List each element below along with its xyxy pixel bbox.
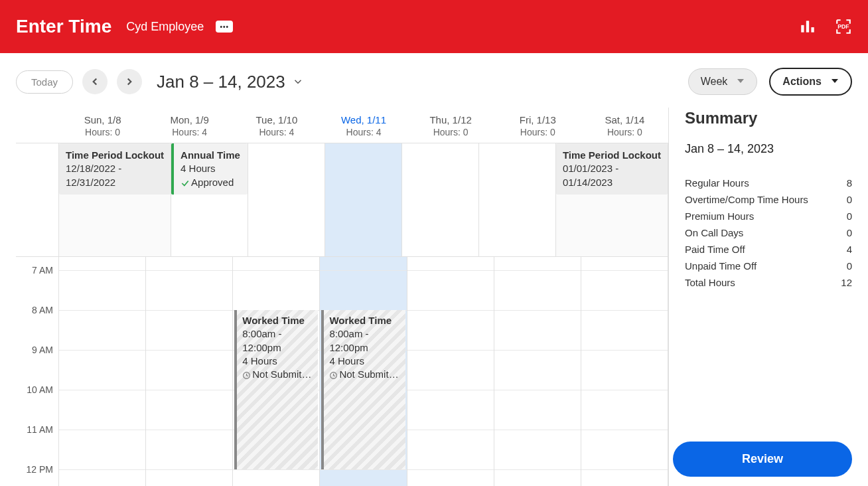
employee-name: Cyd Employee — [126, 20, 204, 34]
allday-row: Time Period Lockout 12/18/2022 - 12/31/2… — [16, 143, 668, 257]
view-label: Week — [701, 76, 728, 88]
app-header: Enter Time Cyd Employee ••• PDF — [0, 0, 868, 53]
allday-cell-fri[interactable] — [479, 143, 556, 256]
day-header-wed[interactable]: Wed, 1/11 Hours: 4 — [320, 114, 407, 143]
chart-icon[interactable] — [799, 18, 816, 35]
day-col-sun[interactable] — [59, 257, 146, 486]
day-header-mon[interactable]: Mon, 1/9 Hours: 4 — [146, 114, 233, 143]
svg-rect-0 — [801, 25, 804, 33]
summary-row: Unpaid Time Off 0 — [685, 258, 852, 274]
hour-grid: 7 AM 8 AM 9 AM 10 AM 11 AM 12 PM Worked … — [16, 257, 668, 486]
summary-row: Paid Time Off 4 — [685, 241, 852, 258]
allday-cell-mon[interactable]: Annual Time 4 Hours Approved — [171, 143, 248, 256]
time-gutter: 7 AM 8 AM 9 AM 10 AM 11 AM 12 PM — [16, 257, 59, 486]
clock-icon — [329, 371, 338, 380]
pdf-export-icon[interactable]: PDF — [835, 18, 852, 35]
caret-down-icon — [831, 76, 839, 88]
date-range-label: Jan 8 – 14, 2023 — [157, 72, 285, 92]
summary-row: Overtime/Comp Time Hours 0 — [685, 191, 852, 208]
day-header-tue[interactable]: Tue, 1/10 Hours: 4 — [233, 114, 320, 143]
today-button[interactable]: Today — [16, 70, 73, 94]
caret-down-icon — [737, 76, 745, 88]
review-button[interactable]: Review — [673, 442, 852, 477]
day-col-fri[interactable] — [494, 257, 581, 486]
chevron-down-icon — [292, 72, 304, 92]
svg-text:PDF: PDF — [837, 23, 849, 30]
date-range-picker[interactable]: Jan 8 – 14, 2023 — [157, 72, 304, 92]
svg-marker-4 — [737, 79, 744, 83]
allday-cell-thu[interactable] — [402, 143, 479, 256]
actions-label: Actions — [782, 76, 822, 88]
allday-cell-tue[interactable] — [248, 143, 325, 256]
worked-time-block[interactable]: Worked Time 8:00am - 12:00pm 4 Hours Not… — [321, 310, 405, 469]
summary-row: On Call Days 0 — [685, 224, 852, 241]
summary-row: Regular Hours 8 — [685, 175, 852, 191]
day-header-thu[interactable]: Thu, 1/12 Hours: 0 — [407, 114, 494, 143]
prev-week-button[interactable] — [82, 69, 108, 94]
summary-table: Regular Hours 8 Overtime/Comp Time Hours… — [685, 175, 852, 291]
check-icon — [181, 179, 190, 188]
summary-title: Summary — [685, 109, 852, 127]
svg-rect-1 — [806, 21, 809, 32]
day-col-wed[interactable]: Worked Time 8:00am - 12:00pm 4 Hours Not… — [320, 257, 407, 486]
allday-cell-sun[interactable]: Time Period Lockout 12/18/2022 - 12/31/2… — [59, 143, 171, 256]
employee-menu-button[interactable]: ••• — [216, 21, 233, 33]
day-col-sat[interactable] — [581, 257, 668, 486]
clock-icon — [242, 371, 251, 380]
day-header-fri[interactable]: Fri, 1/13 Hours: 0 — [494, 114, 581, 143]
actions-menu[interactable]: Actions — [769, 68, 852, 96]
lockout-event[interactable]: Time Period Lockout 01/01/2023 - 01/14/2… — [556, 143, 668, 195]
svg-marker-5 — [832, 79, 838, 83]
allday-cell-wed[interactable] — [325, 143, 402, 256]
day-col-tue[interactable]: Worked Time 8:00am - 12:00pm 4 Hours Not… — [233, 257, 320, 486]
summary-row: Total Hours 12 — [685, 274, 852, 291]
day-header-sun[interactable]: Sun, 1/8 Hours: 0 — [59, 114, 146, 143]
calendar-view: Sun, 1/8 Hours: 0 Mon, 1/9 Hours: 4 Tue,… — [0, 108, 669, 486]
svg-rect-2 — [811, 27, 814, 33]
view-selector[interactable]: Week — [688, 68, 758, 95]
summary-row: Premium Hours 0 — [685, 208, 852, 224]
page-title: Enter Time — [16, 16, 111, 37]
summary-panel: Summary Jan 8 – 14, 2023 Regular Hours 8… — [669, 108, 868, 486]
allday-cell-sat[interactable]: Time Period Lockout 01/01/2023 - 01/14/2… — [556, 143, 668, 256]
day-header-sat[interactable]: Sat, 1/14 Hours: 0 — [581, 114, 668, 143]
lockout-event[interactable]: Time Period Lockout 12/18/2022 - 12/31/2… — [59, 143, 171, 195]
day-col-mon[interactable] — [146, 257, 233, 486]
day-headers-row: Sun, 1/8 Hours: 0 Mon, 1/9 Hours: 4 Tue,… — [16, 114, 668, 143]
summary-date-range: Jan 8 – 14, 2023 — [685, 142, 852, 156]
worked-time-block[interactable]: Worked Time 8:00am - 12:00pm 4 Hours Not… — [234, 310, 318, 469]
pto-event[interactable]: Annual Time 4 Hours Approved — [171, 143, 248, 195]
next-week-button[interactable] — [117, 69, 142, 94]
calendar-toolbar: Today Jan 8 – 14, 2023 Week Actions — [0, 53, 868, 108]
day-col-thu[interactable] — [407, 257, 494, 486]
